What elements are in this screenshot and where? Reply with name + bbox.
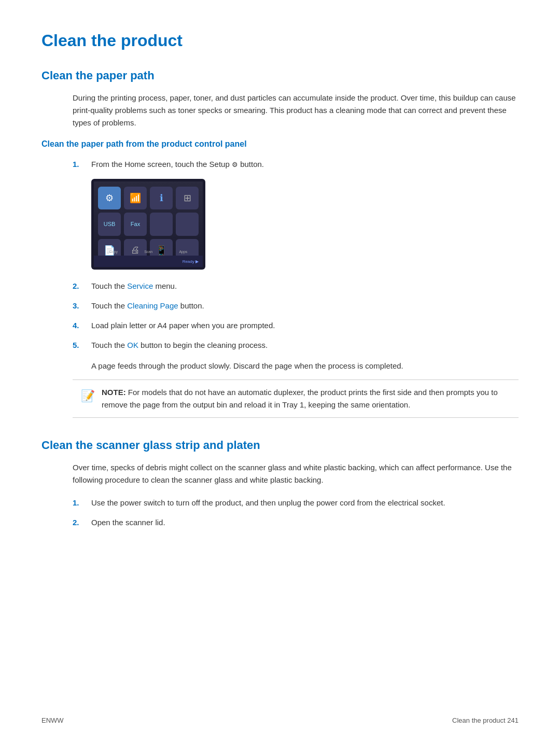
note-label: NOTE: (102, 388, 126, 397)
step-5-text: Touch the OK button to begin the cleanin… (91, 339, 519, 352)
control-panel-screenshot: ⚙ 📶 ℹ ⊞ USB Fax 📄 🖨 📱 CopyScanApps (91, 179, 205, 270)
step-3-link: Cleaning Page (127, 301, 178, 310)
cp-icon-setup: ⚙ (98, 187, 121, 209)
step-5-after: button to begin the cleaning process. (138, 341, 268, 349)
note-body: For models that do not have an automatic… (102, 388, 498, 409)
step-1-text-before: From the Home screen, touch the Setup (91, 160, 232, 168)
cp-icon-usb: USB (98, 213, 121, 235)
step-3-num: 3. (73, 300, 91, 312)
cp-icon-grid: ⊞ (176, 187, 199, 209)
subsection-clean-control-panel: Clean the paper path from the product co… (41, 139, 519, 418)
step-1-num: 1. (73, 158, 91, 171)
footer-right: Clean the product 241 (452, 716, 519, 724)
step-2-before: Touch the (91, 282, 127, 290)
cp-icon-wifi: 📶 (124, 187, 147, 209)
step-2: 2. Touch the Service menu. (73, 280, 519, 292)
section-heading-clean-scanner: Clean the scanner glass strip and platen (41, 439, 519, 452)
steps-list-2: 2. Touch the Service menu. 3. Touch the … (73, 280, 519, 352)
scanner-step-1: 1. Use the power switch to turn off the … (73, 497, 519, 509)
step-2-num: 2. (73, 280, 91, 292)
section-clean-paper-path: Clean the paper path During the printing… (41, 69, 519, 418)
step-2-after: menu. (153, 282, 177, 290)
scanner-section-body: Over time, specks of debris might collec… (73, 461, 519, 486)
cp-icon-blank2d (176, 213, 199, 235)
step-1-text: From the Home screen, touch the Setup ⚙ … (91, 158, 519, 171)
footer: ENWW Clean the product 241 (41, 716, 519, 724)
step-5-before: Touch the (91, 341, 127, 349)
step-4-text: Load plain letter or A4 paper when you a… (91, 319, 519, 332)
footer-left: ENWW (41, 716, 64, 724)
step-5: 5. Touch the OK button to begin the clea… (73, 339, 519, 352)
cp-icon-fax: Fax (124, 213, 147, 235)
step-3: 3. Touch the Cleaning Page button. (73, 300, 519, 312)
step-3-text: Touch the Cleaning Page button. (91, 300, 519, 312)
scanner-step-2: 2. Open the scanner lid. (73, 516, 519, 529)
cp-bar: Ready ▶ (94, 256, 203, 267)
sub-step-note: A page feeds through the product slowly.… (91, 360, 519, 372)
page-title: Clean the product (41, 31, 519, 50)
cp-icon-blank2c (150, 213, 173, 235)
step-3-after: button. (178, 301, 204, 310)
note-box: 📝 NOTE: For models that do not have an a… (73, 379, 519, 418)
section-heading-clean-paper-path: Clean the paper path (41, 69, 519, 82)
cp-screen: ⚙ 📶 ℹ ⊞ USB Fax 📄 🖨 📱 CopyScanApps (94, 181, 203, 267)
section-clean-scanner: Clean the scanner glass strip and platen… (41, 439, 519, 529)
step-2-text: Touch the Service menu. (91, 280, 519, 292)
subsection-heading: Clean the paper path from the product co… (41, 139, 519, 149)
step-3-before: Touch the (91, 301, 127, 310)
setup-icon: ⚙ (232, 161, 238, 168)
step-1: 1. From the Home screen, touch the Setup… (73, 158, 519, 171)
cp-labels: CopyScanApps (94, 250, 203, 254)
cp-icon-info: ℹ (150, 187, 173, 209)
step-1-text-suffix: button. (240, 160, 264, 168)
step-4: 4. Load plain letter or A4 paper when yo… (73, 319, 519, 332)
scanner-step-1-text: Use the power switch to turn off the pro… (91, 497, 519, 509)
step-2-link: Service (127, 282, 153, 290)
scanner-steps-list: 1. Use the power switch to turn off the … (73, 497, 519, 529)
scanner-step-2-text: Open the scanner lid. (91, 516, 519, 529)
steps-list: 1. From the Home screen, touch the Setup… (73, 158, 519, 171)
note-text: NOTE: For models that do not have an aut… (102, 386, 510, 411)
scanner-step-2-num: 2. (73, 516, 91, 529)
section-body-text: During the printing process, paper, tone… (73, 92, 519, 129)
scanner-step-1-num: 1. (73, 497, 91, 509)
note-icon: 📝 (81, 387, 96, 405)
step-4-num: 4. (73, 319, 91, 332)
step-5-num: 5. (73, 339, 91, 352)
step-5-link: OK (127, 341, 138, 349)
